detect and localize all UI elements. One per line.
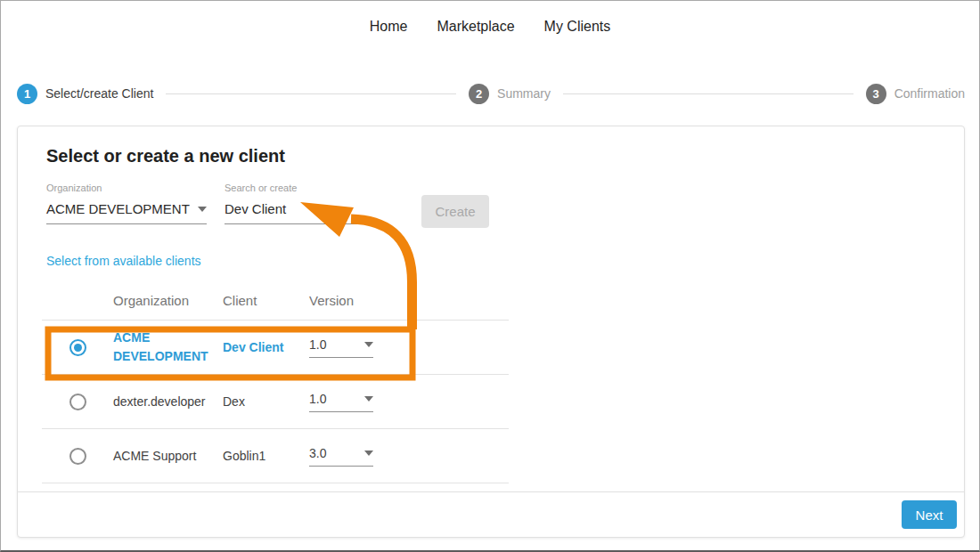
- next-button[interactable]: Next: [902, 500, 957, 529]
- page: { "nav": { "items": [ { "label": "Home" …: [0, 0, 980, 552]
- create-button[interactable]: Create: [421, 195, 489, 228]
- nav-item-marketplace[interactable]: Marketplace: [437, 19, 514, 35]
- page-title: Select or create a new client: [46, 146, 935, 166]
- chevron-down-icon: [364, 396, 373, 402]
- chevron-down-icon: [364, 342, 373, 347]
- clients-table: Organization Client Version ACME DEVELOP…: [42, 280, 509, 483]
- radio-button-selected[interactable]: [69, 339, 86, 356]
- step-1-label: Select/create Client: [45, 86, 153, 101]
- wizard-stepper: 1 Select/create Client 2 Summary 3 Confi…: [17, 83, 965, 104]
- row-organization: ACME DEVELOPMENT: [113, 329, 223, 366]
- radio-button[interactable]: [69, 448, 86, 465]
- client-form-row: Organization ACME DEVELOPMENT Search or …: [46, 183, 935, 228]
- column-header-client: Client: [223, 293, 309, 308]
- nav-item-home[interactable]: Home: [370, 19, 408, 35]
- version-select-value: 3.0: [309, 446, 326, 460]
- version-select[interactable]: 1.0: [309, 337, 373, 358]
- table-row-acme-support[interactable]: ACME Support Goblin1 3.0: [42, 429, 509, 483]
- row-organization: ACME Support: [113, 447, 223, 466]
- organization-select-value: ACME DEVELOPMENT: [46, 201, 190, 216]
- row-client: Goblin1: [223, 449, 309, 463]
- step-2-badge: 2: [469, 84, 489, 104]
- chevron-down-icon: [364, 451, 373, 456]
- version-select-value: 1.0: [309, 337, 326, 352]
- panel-footer: Next: [18, 491, 964, 537]
- organization-field-label: Organization: [46, 183, 207, 193]
- step-3-badge: 3: [866, 84, 886, 104]
- step-3-label: Confirmation: [894, 86, 965, 101]
- version-select-value: 1.0: [309, 392, 326, 406]
- stepper-connector: [563, 93, 853, 94]
- column-header-version: Version: [309, 293, 420, 308]
- step-2-label: Summary: [497, 86, 551, 101]
- top-nav: Home Marketplace My Clients: [1, 1, 979, 53]
- search-or-create-field: Search or create: [225, 183, 385, 224]
- row-client: Dev Client: [223, 340, 309, 354]
- row-client: Dex: [223, 394, 309, 409]
- clients-table-header: Organization Client Version: [42, 280, 509, 321]
- step-confirmation: 3 Confirmation: [866, 84, 965, 104]
- chevron-down-icon: [198, 207, 207, 212]
- nav-item-my-clients[interactable]: My Clients: [544, 19, 611, 35]
- header-spacer: [42, 293, 113, 308]
- step-1-badge: 1: [17, 84, 37, 104]
- organization-select[interactable]: ACME DEVELOPMENT: [46, 197, 207, 224]
- step-select-create-client: 1 Select/create Client: [17, 84, 153, 104]
- table-row-acme-development[interactable]: ACME DEVELOPMENT Dev Client 1.0: [42, 321, 509, 375]
- version-select[interactable]: 1.0: [309, 392, 373, 412]
- organization-field: Organization ACME DEVELOPMENT: [46, 183, 207, 224]
- row-organization: dexter.developer: [113, 393, 223, 411]
- column-header-organization: Organization: [113, 293, 223, 308]
- client-selection-panel: Select or create a new client Organizati…: [17, 126, 965, 538]
- select-available-clients-link[interactable]: Select from available clients: [46, 254, 201, 268]
- radio-button[interactable]: [69, 394, 86, 410]
- version-select[interactable]: 3.0: [309, 446, 373, 467]
- step-summary: 2 Summary: [469, 84, 551, 104]
- search-or-create-input[interactable]: [225, 197, 385, 224]
- table-row-dexter-developer[interactable]: dexter.developer Dex 1.0: [42, 375, 509, 429]
- search-field-label: Search or create: [225, 183, 385, 193]
- stepper-connector: [166, 93, 456, 94]
